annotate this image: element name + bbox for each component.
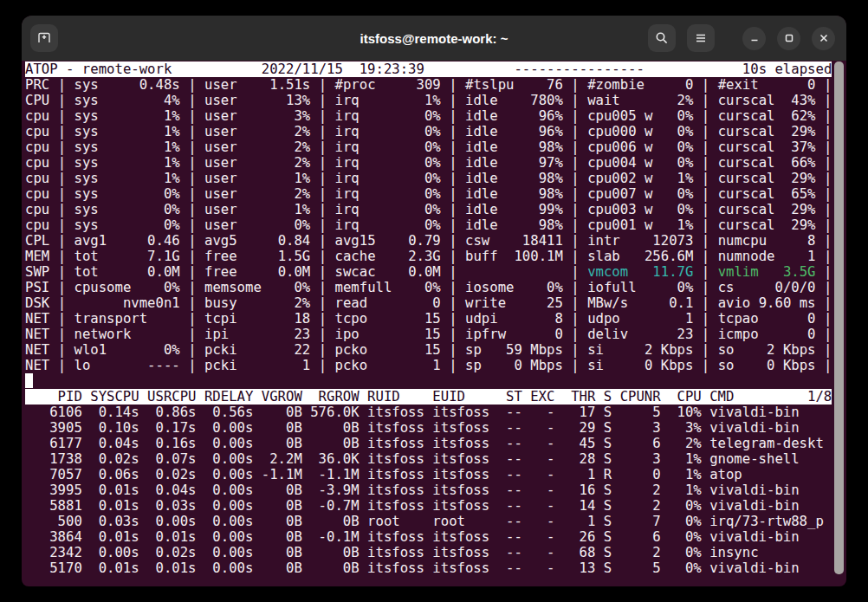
process-row: 39050.10s0.17s0.00s0B0Bitsfossitsfoss---…	[25, 420, 832, 436]
atop-panel-row: cpu | sys1% | user2% | irq0% | idle96% |…	[25, 124, 846, 139]
close-icon	[819, 33, 829, 43]
search-icon	[655, 31, 669, 45]
atop-panel-row: NET | wlo10% | pcki22 | pcko15 | sp59 Mb…	[25, 342, 846, 358]
atop-panel-row: PRC | sys0.48s | user1.51s | #proc309 | …	[25, 77, 846, 93]
atop-panel-row: DSK | nvme0n1 | busy2% | read0 | write25…	[25, 295, 846, 311]
maximize-button[interactable]	[777, 27, 800, 50]
terminal-window: itsfoss@remote-work: ~	[22, 16, 846, 586]
terminal-cursor	[25, 373, 33, 388]
minimize-icon	[749, 33, 760, 43]
menu-button[interactable]	[687, 24, 715, 52]
atop-panel-row: SWP | tot0.0M | free0.0M | swcac0.0M | |…	[25, 264, 846, 280]
process-row: 70570.06s0.02s0.00s-1.1M-1.1Mitsfossitsf…	[25, 467, 832, 482]
process-row: 39950.01s0.04s0.00s0B-3.9Mitsfossitsfoss…	[25, 482, 832, 498]
process-row: 61060.14s0.86s0.56s0B576.0Kitsfossitsfos…	[25, 405, 832, 420]
maximize-icon	[784, 33, 794, 43]
desktop-background: { "window": { "title": "itsfoss@remote-w…	[0, 0, 868, 602]
scrollbar-track[interactable]	[834, 61, 844, 585]
atop-panel-row: cpu | sys0% | user2% | irq0% | idle98% |…	[25, 186, 846, 202]
process-table-header: PIDSYSCPUUSRCPURDELAYVGROWRGROWRUIDEUIDS…	[25, 389, 832, 405]
new-tab-icon	[37, 31, 51, 45]
page-indicator: 1/8	[807, 389, 832, 405]
search-button[interactable]	[648, 24, 676, 52]
atop-panel-row: MEM | tot7.1G | free1.5G | cache2.3G | b…	[25, 249, 846, 264]
atop-panel-row: NET | lo---- | pcki1 | pcko1 | sp0 Mbps …	[25, 358, 846, 373]
atop-hostname: ATOP - remote-work	[25, 61, 262, 77]
atop-panel-row: cpu | sys0% | user1% | irq0% | idle99% |…	[25, 202, 846, 217]
cursor-line	[25, 373, 846, 389]
atop-header-dashes: ----------------	[514, 61, 645, 77]
atop-panel-row: cpu | sys1% | user2% | irq0% | idle98% |…	[25, 139, 846, 155]
atop-panel-row: PSI | cpusome0% | memsome0% | memfull0% …	[25, 280, 846, 295]
process-row: 17380.02s0.07s0.00s2.2M36.0Kitsfossitsfo…	[25, 451, 832, 467]
atop-panel-row: CPU | sys4% | user13% | irq1% | idle780%…	[25, 93, 846, 108]
atop-elapsed: 10s elapsed	[742, 61, 832, 77]
process-row: 51700.01s0.01s0.00s0B0Bitsfossitsfoss---…	[25, 560, 832, 576]
atop-panel-row: cpu | sys0% | user0% | irq0% | idle98% |…	[25, 217, 846, 233]
atop-panel-row: cpu | sys1% | user3% | irq0% | idle96% |…	[25, 108, 846, 124]
process-row: 38640.01s0.01s0.00s0B-0.1Mitsfossitsfoss…	[25, 529, 832, 545]
atop-header-line: ATOP - remote-work 2022/11/15 19:23:39 -…	[25, 61, 832, 77]
atop-panel-row: cpu | sys1% | user1% | irq0% | idle98% |…	[25, 171, 846, 186]
titlebar: itsfoss@remote-work: ~	[22, 16, 846, 61]
atop-system-panel: PRC | sys0.48s | user1.51s | #proc309 | …	[25, 77, 846, 373]
atop-panel-row: NET | network | ipi23 | ipo15 | ipfrw0 |…	[25, 327, 846, 342]
atop-panel-row: CPL | avg10.46 | avg50.84 | avg150.79 | …	[25, 233, 846, 249]
new-tab-button[interactable]	[30, 24, 58, 52]
process-table: 61060.14s0.86s0.56s0B576.0Kitsfossitsfos…	[25, 405, 846, 576]
minimize-button[interactable]	[742, 27, 766, 50]
process-row: 61770.04s0.16s0.00s0B0Bitsfossitsfoss---…	[25, 436, 832, 451]
process-row: 5000.03s0.00s0.00s0B0Brootroot---1S70%ir…	[25, 514, 832, 529]
atop-panel-row: NET | transport | tcpi18 | tcpo15 | udpi…	[25, 311, 846, 327]
terminal-content[interactable]: ATOP - remote-work 2022/11/15 19:23:39 -…	[22, 61, 846, 586]
hamburger-menu-icon	[694, 31, 708, 45]
scrollbar-thumb[interactable]	[834, 61, 844, 574]
atop-panel-row: cpu | sys1% | user2% | irq0% | idle97% |…	[25, 155, 846, 171]
close-button[interactable]	[812, 27, 835, 50]
atop-datetime: 2022/11/15 19:23:39	[262, 61, 424, 77]
process-row: 23420.00s0.02s0.00s0B0Bitsfossitsfoss---…	[25, 545, 832, 560]
process-row: 58810.01s0.03s0.00s0B-0.7Mitsfossitsfoss…	[25, 498, 832, 514]
